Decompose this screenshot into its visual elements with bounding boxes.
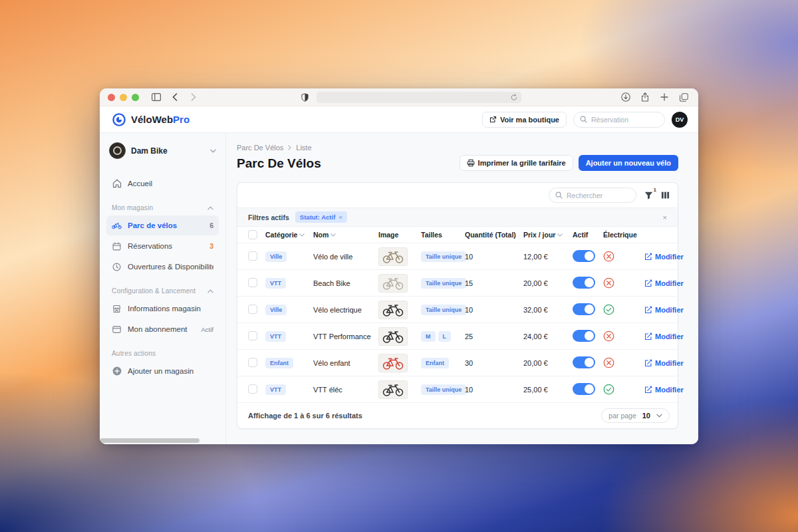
table-row[interactable]: VilleVélo de villeTaille unique1012,00 €… [237, 243, 678, 270]
select-all-checkbox[interactable] [248, 230, 257, 239]
table-search-input[interactable] [567, 192, 630, 200]
bike-image [378, 301, 408, 319]
active-toggle[interactable] [573, 330, 595, 342]
section-mon-magasin[interactable]: Mon magasin [112, 204, 213, 211]
share-icon[interactable] [638, 91, 652, 103]
sidebar-item-accueil[interactable]: Accueil [106, 174, 219, 194]
bike-image [378, 354, 408, 372]
horizontal-scrollbar[interactable] [100, 438, 200, 443]
row-checkbox[interactable] [248, 251, 257, 261]
downloads-icon[interactable] [619, 91, 632, 103]
brand-name: VéloWeb [131, 114, 173, 125]
address-bar[interactable] [317, 92, 521, 103]
filter-button[interactable]: 1 [644, 192, 653, 200]
store-selector[interactable]: Dam Bike [106, 140, 219, 166]
category-badge: Ville [265, 251, 287, 262]
row-checkbox[interactable] [248, 331, 257, 340]
breadcrumb-separator-icon [288, 145, 291, 150]
bike-image [378, 274, 408, 293]
sidebar-toggle-icon[interactable] [150, 91, 163, 103]
count-badge: 3 [209, 242, 213, 250]
active-toggle[interactable] [573, 303, 595, 315]
sidebar: Dam Bike Accueil Mon magasin [100, 133, 226, 444]
reload-icon[interactable] [511, 94, 517, 101]
edit-button[interactable]: Modifier [644, 332, 684, 340]
minimize-window-button[interactable] [120, 94, 127, 101]
column-tailles: Tailles [421, 231, 465, 239]
active-toggle[interactable] [573, 277, 595, 289]
count-badge: 6 [209, 221, 213, 229]
size-badge: M [421, 331, 436, 342]
clear-filters-icon[interactable]: × [663, 213, 667, 221]
status-badge: Actif [201, 326, 213, 333]
quantity-value: 10 [465, 386, 523, 394]
row-checkbox[interactable] [248, 384, 257, 394]
privacy-shield-icon[interactable] [298, 91, 311, 103]
active-toggle[interactable] [573, 356, 595, 368]
browser-window: VéloWebPro Voir ma boutique DV Dam [100, 88, 698, 444]
per-page-select[interactable]: par page 10 [601, 408, 670, 423]
tab-overview-icon[interactable] [677, 91, 690, 103]
table-row[interactable]: VTTVTT élécTaille unique1025,00 €Modifie… [237, 376, 678, 403]
close-window-button[interactable] [108, 94, 115, 101]
table-row[interactable]: VTTVTT PerformanceML2524,00 €Modifier [237, 323, 678, 350]
edit-button[interactable]: Modifier [644, 306, 684, 314]
section-configuration[interactable]: Configuration & Lancement [112, 287, 213, 295]
bike-name: Beach Bike [313, 279, 378, 287]
view-shop-button[interactable]: Voir ma boutique [482, 112, 567, 128]
brand-logo[interactable]: VéloWebPro [112, 112, 190, 127]
bike-name: VTT Performance [313, 332, 378, 340]
row-checkbox[interactable] [248, 305, 257, 314]
filter-chip-statut-actif[interactable]: Statut: Actif× [295, 211, 347, 223]
active-toggle[interactable] [573, 250, 595, 262]
filters-label: Filtres actifs [248, 213, 289, 221]
add-bike-button[interactable]: Ajouter un nouveau vélo [579, 155, 678, 171]
sidebar-item-parc-de-velos[interactable]: Parc de vélos 6 [106, 215, 219, 235]
store-avatar [109, 142, 126, 159]
electric-no-icon [603, 277, 644, 289]
edit-button[interactable]: Modifier [644, 359, 684, 367]
edit-button[interactable]: Modifier [644, 279, 684, 287]
sidebar-item-mon-abonnement[interactable]: Mon abonnement Actif [106, 319, 219, 339]
table-search[interactable] [549, 188, 636, 203]
size-badge: L [438, 331, 452, 342]
column-quantite: Quantité (Total) [465, 231, 523, 239]
table-row[interactable]: VilleVélo electriqueTaille unique1032,00… [237, 297, 678, 323]
electric-yes-icon [603, 304, 644, 315]
row-checkbox[interactable] [248, 358, 257, 367]
global-search-input[interactable] [591, 116, 658, 124]
electric-yes-icon [603, 384, 644, 395]
column-nom[interactable]: Nom [313, 231, 378, 239]
forward-button[interactable] [187, 91, 200, 103]
user-avatar[interactable]: DV [672, 112, 688, 128]
breadcrumb-parc[interactable]: Parc De Vélos [237, 144, 283, 152]
back-button[interactable] [168, 91, 182, 103]
row-checkbox[interactable] [248, 278, 257, 287]
columns-view-icon[interactable] [661, 191, 670, 200]
edit-button[interactable]: Modifier [644, 253, 684, 261]
sort-icon [299, 233, 305, 237]
filter-count-badge: 1 [654, 187, 656, 193]
edit-button[interactable]: Modifier [644, 386, 684, 394]
column-prix[interactable]: Prix / jour [523, 231, 573, 239]
zoom-window-button[interactable] [132, 94, 139, 101]
size-badge: Taille unique [421, 251, 466, 262]
table-row[interactable]: VTTBeach BikeTaille unique1520,00 €Modif… [237, 270, 678, 297]
active-toggle[interactable] [573, 383, 595, 395]
calendar-icon [112, 242, 122, 251]
category-badge: Enfant [265, 358, 293, 368]
remove-filter-icon[interactable]: × [338, 213, 342, 221]
sidebar-item-reservations[interactable]: Réservations 3 [106, 236, 219, 256]
chevron-down-icon [210, 149, 216, 153]
electric-no-icon [603, 251, 644, 262]
table-row[interactable]: EnfantVélo enfantEnfant3020,00 €Modifier [237, 350, 678, 376]
credit-card-icon [112, 326, 122, 333]
breadcrumb-liste[interactable]: Liste [296, 144, 311, 152]
global-search[interactable] [573, 112, 665, 128]
sidebar-item-informations-magasin[interactable]: Informations magasin [106, 299, 219, 319]
sidebar-item-ajouter-magasin[interactable]: Ajouter un magasin [106, 361, 219, 381]
new-tab-icon[interactable] [658, 91, 671, 103]
sidebar-item-ouvertures[interactable]: Ouvertures & Disponibilités [106, 257, 219, 277]
print-tariff-button[interactable]: Imprimer la grille tarifaire [460, 155, 573, 171]
column-categorie[interactable]: Catégorie [265, 231, 313, 239]
